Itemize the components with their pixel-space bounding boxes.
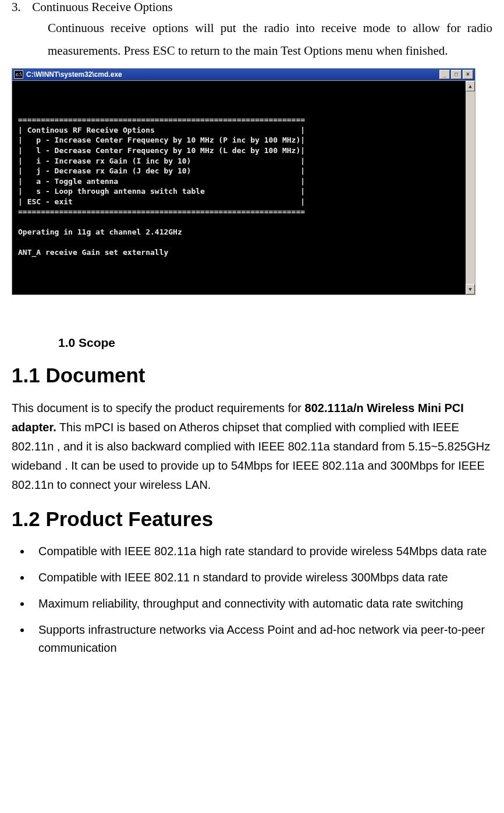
scroll-up-button[interactable]: ▲	[466, 81, 475, 91]
list-item-title: Continuous Receive Options	[32, 0, 172, 14]
cmd-scrollbar[interactable]: ▲ ▼	[466, 81, 475, 294]
list-item: Compatible with IEEE 802.11a high rate s…	[31, 542, 492, 560]
list-marker: 3.	[12, 0, 29, 15]
cmd-body: ========================================…	[12, 81, 475, 294]
scroll-down-button[interactable]: ▼	[466, 284, 475, 294]
maximize-button[interactable]: □	[451, 70, 462, 79]
list-item-3-body: Continuous receive options will put the …	[48, 17, 492, 62]
window-buttons: _ □ ×	[439, 70, 473, 79]
cmd-output: ========================================…	[18, 105, 470, 258]
close-button[interactable]: ×	[463, 70, 473, 79]
list-item: Maximum reliability, throughput and conn…	[31, 595, 492, 613]
list-item: Compatible with IEEE 802.11 n standard t…	[31, 569, 492, 587]
scope-heading: 1.0 Scope	[58, 336, 492, 350]
cmd-window: c:\ C:\WINNT\system32\cmd.exe _ □ × ====…	[12, 68, 475, 295]
list-item: Supports infrastructure networks via Acc…	[31, 621, 492, 657]
minimize-button[interactable]: _	[439, 70, 450, 79]
section-1-2-heading: 1.2 Product Features	[12, 507, 492, 531]
features-list: Compatible with IEEE 802.11a high rate s…	[12, 542, 492, 657]
list-item-3-heading: 3. Continuous Receive Options	[12, 0, 492, 15]
para-pre: This document is to specify the product …	[12, 402, 305, 414]
cmd-title-text: C:\WINNT\system32\cmd.exe	[26, 70, 122, 79]
section-1-1-heading: 1.1 Document	[12, 364, 492, 387]
cmd-titlebar: c:\ C:\WINNT\system32\cmd.exe _ □ ×	[12, 69, 475, 81]
section-1-1-paragraph: This document is to specify the product …	[12, 399, 492, 495]
para-post: This mPCI is based on Atheros chipset th…	[12, 421, 490, 491]
cmd-system-menu-icon[interactable]: c:\	[14, 70, 23, 79]
